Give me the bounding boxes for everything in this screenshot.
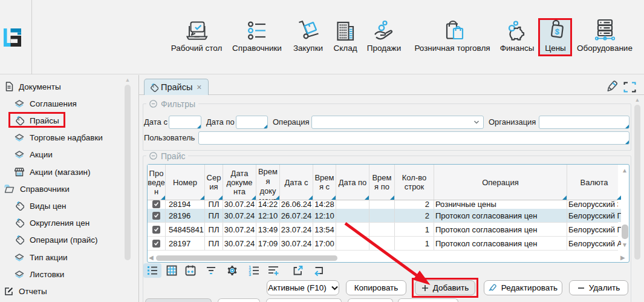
svg-text:3: 3	[249, 272, 251, 277]
